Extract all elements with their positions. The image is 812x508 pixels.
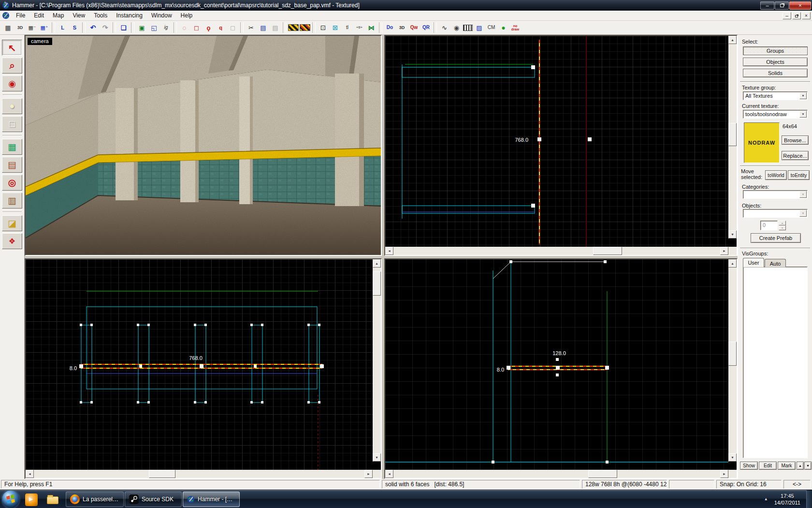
scroll-thumb[interactable] xyxy=(593,247,622,255)
cm-icon[interactable]: CM xyxy=(486,22,497,33)
smoothing-groups-icon[interactable]: ∿ xyxy=(439,22,450,33)
menu-item-map[interactable]: Map xyxy=(48,11,68,20)
hide-selected-icon[interactable]: ◌ xyxy=(179,22,190,33)
menu-item-view[interactable]: View xyxy=(68,11,89,20)
minimize-button[interactable]: – xyxy=(760,1,774,10)
ungroup-icon[interactable]: ◱ xyxy=(148,22,160,33)
scroll-down-button[interactable]: ▼ xyxy=(373,453,381,462)
run-commands-icon[interactable]: QR xyxy=(420,22,432,33)
tab-visgroups-user[interactable]: User xyxy=(743,258,764,267)
texture-application-tool[interactable]: ▦ xyxy=(2,139,22,155)
disp-mask-icon[interactable]: ▨ xyxy=(474,22,485,33)
menu-item-edit[interactable]: Edit xyxy=(29,11,48,20)
visgroup-show-button[interactable]: Show xyxy=(740,462,758,470)
texture-scale-lock-icon[interactable]: +tl+ xyxy=(354,22,365,33)
menu-item-help[interactable]: Help xyxy=(176,11,197,20)
taskbar-button-source-sdk[interactable]: Source SDK xyxy=(125,492,182,507)
show-desktop-button[interactable] xyxy=(806,490,812,508)
visgroup-hide-icon[interactable]: q xyxy=(215,22,226,33)
grid-3d-icon[interactable]: 3D xyxy=(14,22,26,33)
scroll-up-button[interactable]: ▲ xyxy=(728,36,737,44)
selection-mode-icon[interactable]: ⊡ xyxy=(318,22,329,33)
texture-group-combo[interactable]: All Textures ▼ xyxy=(743,91,808,100)
paste-icon[interactable]: ▤ xyxy=(270,22,281,33)
create-prefab-button[interactable]: Create Prefab xyxy=(751,233,801,243)
categories-combo[interactable]: ▼ xyxy=(743,190,808,199)
grid-larger-icon[interactable]: ▦⁺ xyxy=(39,22,50,33)
scroll-down-button[interactable]: ▼ xyxy=(728,453,737,462)
scroll-thumb[interactable] xyxy=(728,342,737,366)
undo-icon[interactable]: ↶ xyxy=(87,22,99,33)
scroll-down-button[interactable]: ▼ xyxy=(728,230,737,239)
texture-lock-icon[interactable]: tl xyxy=(342,22,353,33)
select-groups-button[interactable]: Groups xyxy=(743,46,808,55)
select-touching-icon[interactable]: ⊠ xyxy=(330,22,341,33)
selection-tool[interactable]: ↖ xyxy=(2,40,22,56)
show-hidden-icons-button[interactable]: ▲ xyxy=(762,495,770,503)
spinner-up-button[interactable]: ▲ xyxy=(779,221,786,225)
scroll-thumb[interactable] xyxy=(373,271,381,296)
overlay-tool[interactable]: ▥ xyxy=(2,193,22,209)
visgroup-mark-button[interactable]: Mark xyxy=(778,462,796,470)
show-hidden-icon[interactable]: ϙ xyxy=(203,22,214,33)
clipping-tool[interactable]: ◪ xyxy=(2,215,22,231)
vertical-scrollbar[interactable]: ▲ ▼ xyxy=(728,36,737,239)
scroll-up-button[interactable]: ▲ xyxy=(728,259,737,268)
horizontal-scrollbar[interactable]: ◄ ► xyxy=(26,470,373,478)
block-tool[interactable]: □ xyxy=(2,116,22,132)
visgroup-move-down-button[interactable]: ▼ xyxy=(804,462,812,470)
taskbar-clock[interactable]: 17:45 14/07/2011 xyxy=(774,493,800,507)
fence-icon[interactable] xyxy=(463,25,473,31)
tab-visgroups-auto[interactable]: Auto xyxy=(765,259,786,267)
scroll-right-button[interactable]: ► xyxy=(364,470,373,478)
apply-current-texture-tool[interactable]: ▤ xyxy=(2,157,22,173)
scroll-left-button[interactable]: ◄ xyxy=(385,247,393,255)
scroll-thumb[interactable] xyxy=(588,470,617,478)
chevron-down-icon[interactable]: ▼ xyxy=(799,92,807,99)
redo-icon[interactable]: ↷ xyxy=(100,22,111,33)
horizontal-scrollbar[interactable]: ◄ ► xyxy=(385,470,728,478)
save-window-state-icon[interactable]: S xyxy=(69,22,80,33)
scroll-left-button[interactable]: ◄ xyxy=(385,470,393,478)
vertex-tool[interactable]: ❖ xyxy=(2,233,22,249)
entity-tool[interactable]: ● xyxy=(2,98,22,114)
mdi-close-button[interactable]: × xyxy=(802,12,811,19)
maximize-button[interactable] xyxy=(775,1,789,10)
cut-icon[interactable]: ✂ xyxy=(246,22,257,33)
grid-smaller-icon[interactable]: ▦⁻ xyxy=(27,22,38,33)
visgroups-list[interactable] xyxy=(743,267,808,458)
horizontal-scrollbar[interactable]: ◄ ► xyxy=(385,247,728,255)
spinner-down-button[interactable]: ▼ xyxy=(779,225,786,230)
objects-combo[interactable]: ▼ xyxy=(743,209,808,218)
load-window-state-icon[interactable]: L xyxy=(57,22,68,33)
menu-item-instancing[interactable]: Instancing xyxy=(112,11,147,20)
browse-button[interactable]: Browse... xyxy=(782,135,809,145)
disp-draw-icon[interactable]: Do xyxy=(384,22,395,33)
menu-item-file[interactable]: File xyxy=(12,11,29,20)
sphere-icon[interactable]: ◉ xyxy=(451,22,462,33)
chevron-down-icon[interactable]: ▼ xyxy=(799,111,807,118)
scroll-right-button[interactable]: ► xyxy=(720,470,728,478)
cordon-edit-icon[interactable] xyxy=(288,24,299,31)
ignore-groups-icon[interactable]: ig xyxy=(160,22,172,33)
camera-tool[interactable]: ◉ xyxy=(2,75,22,91)
mdi-minimize-button[interactable]: – xyxy=(783,12,791,19)
taskbar-button-firefox[interactable]: La passerelle - Mo... xyxy=(66,492,124,507)
decal-tool[interactable]: ◎ xyxy=(2,175,22,191)
current-texture-combo[interactable]: tools/toolsnodraw ▼ xyxy=(743,110,808,119)
to-world-button[interactable]: toWorld xyxy=(765,170,787,180)
select-solids-button[interactable]: Solids xyxy=(743,69,808,77)
copy-icon[interactable]: ▤ xyxy=(258,22,269,33)
group-icon[interactable]: ▣ xyxy=(136,22,147,33)
run-map-icon[interactable]: Qw xyxy=(408,22,420,33)
viewport-3d-camera[interactable]: camera xyxy=(25,35,382,256)
mdi-restore-button[interactable] xyxy=(792,12,801,19)
cordon-disabled-icon[interactable]: ◻ xyxy=(227,22,238,33)
texture-preview-swatch[interactable]: NODRAW xyxy=(744,122,780,163)
menu-item-window[interactable]: Window xyxy=(147,11,176,20)
scroll-thumb[interactable] xyxy=(149,470,175,478)
viewport-2d-bottom-left[interactable]: 768.0 8.0 ▲ ▼ ◄ ► xyxy=(25,258,382,479)
hide-unselected-icon[interactable]: ◻ xyxy=(191,22,202,33)
magnify-tool[interactable]: ⌕ xyxy=(2,58,22,74)
preview-3d-icon[interactable]: 3D xyxy=(396,22,407,33)
